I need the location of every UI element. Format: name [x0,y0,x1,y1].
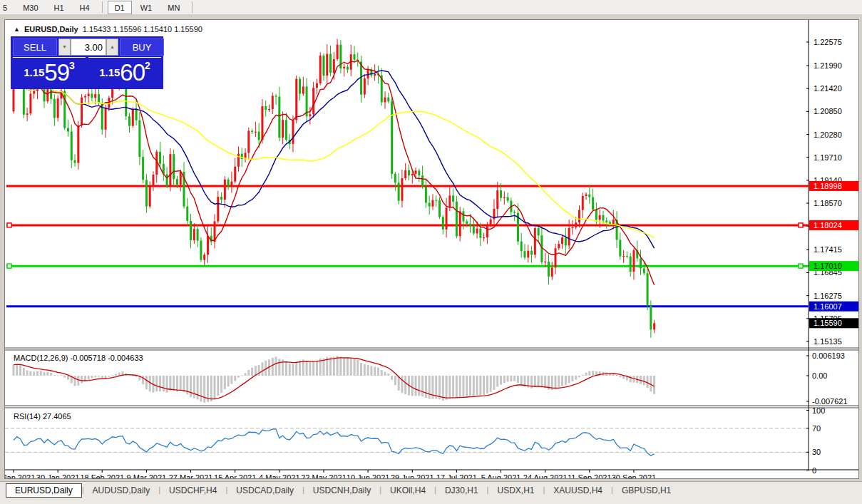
y-axis-label: 1.20280 [814,130,842,139]
buy-price-big: 60 [120,59,145,86]
macd-indicator-label: MACD(12,26,9) -0.005718 -0.004633 [14,354,143,362]
x-axis-label: 18 Feb 2021 [80,473,124,478]
x-axis-label: 4 May 2021 [259,473,299,478]
x-axis-label: 24 Aug 2021 [523,473,568,478]
toolbar-separator [102,1,103,13]
chart-header: ▲ EURUSD,Daily 1.15433 1.15596 1.15410 1… [14,25,202,34]
tab-audusd-daily[interactable]: AUDUSD,Daily [84,484,159,497]
x-axis-label: 10 Jun 2021 [347,473,390,478]
buy-button[interactable]: BUY [120,38,164,56]
x-axis-label: 27 Mar 2021 [169,473,213,478]
toolbar-separator [192,1,193,13]
line-handle[interactable] [7,223,11,227]
x-axis-label: 5 Aug 2021 [481,473,521,478]
current-price-label: 1.15590 [814,319,842,327]
macd-axis-label: -0.007621 [812,397,848,406]
chart-ohlc-values: 1.15433 1.15596 1.15410 1.15590 [83,25,202,34]
price-tag-label: 1.18998 [814,182,842,190]
tab-usdcad-daily[interactable]: USDCAD,Daily [227,484,302,497]
volume-increase-icon[interactable]: ▲ [106,38,118,56]
y-axis-label: 1.21420 [814,84,842,93]
volume-decrease-icon[interactable]: ▼ [58,38,71,56]
y-axis-label: 1.22575 [814,38,842,46]
timeframe-button-h1[interactable]: H1 [47,1,71,14]
tab-xauusd-h4[interactable]: XAUUSD,H4 [545,484,611,497]
buy-price-small: 1.15 [99,66,120,78]
tab-ukoil-h4[interactable]: UKOil,H4 [381,484,434,497]
tab-dj30-h1[interactable]: DJ30,H1 [436,484,487,497]
volume-input[interactable] [71,38,106,56]
x-axis-label: 22 May 2021 [301,473,347,478]
timeframe-toolbar: 5M30H1H4D1W1MN [0,0,862,15]
x-axis-label: 9 Mar 2021 [127,473,167,478]
volume-stepper: ▼ ▲ [58,38,118,56]
sell-price[interactable]: 1.15593 [13,57,86,87]
x-axis-label: 17 Jul 2021 [436,473,477,478]
buy-price[interactable]: 1.15602 [88,57,161,87]
timeframe-button-m30[interactable]: M30 [16,1,45,14]
tab-usdx-h1[interactable]: USDX,H1 [488,484,543,497]
tab-usdcnh-daily[interactable]: USDCNH,Daily [304,484,379,497]
chart-title: EURUSD,Daily [24,25,78,34]
rsi-indicator-label: RSI(14) 27.4065 [14,412,71,421]
line-handle[interactable] [7,264,11,268]
y-axis-label: 1.21990 [814,61,842,70]
line-handle[interactable] [799,223,803,227]
sell-button[interactable]: SELL [13,38,57,56]
line-handle[interactable] [799,264,803,268]
price-tag-label: 1.18024 [814,221,842,230]
tab-usdchf-h4[interactable]: USDCHF,H4 [160,484,225,497]
timeframe-button-5[interactable]: 5 [0,1,14,14]
y-axis-label: 1.18570 [814,199,842,207]
rsi-axis-label: 100 [812,406,825,415]
x-axis-label: 12 Jan 2021 [5,473,35,478]
price-tag-label: 1.17010 [814,262,842,270]
timeframe-button-h4[interactable]: H4 [73,1,97,14]
x-axis-label: 29 Jun 2021 [391,473,434,478]
buy-price-sup: 2 [145,60,150,71]
y-axis-label: 1.15135 [814,337,842,346]
y-axis-label: 1.19710 [814,153,842,162]
rsi-axis-label: 30 [812,448,821,456]
collapse-panel-icon[interactable]: ▲ [14,26,20,33]
x-axis-label: 15 Apr 2021 [214,473,256,478]
x-axis-label: 30 Sep 2021 [612,473,656,478]
y-axis-label: 1.20850 [814,107,842,115]
x-axis-label: 30 Jan 2021 [36,473,80,478]
tab-eurusd-daily[interactable]: EURUSD,Daily [6,483,82,498]
sell-price-sup: 3 [69,60,75,71]
x-axis-label: 11 Sep 2021 [568,473,612,478]
sell-price-big: 59 [44,59,69,86]
chart-canvas[interactable]: 1.225751.219901.214201.208501.202801.197… [4,19,859,479]
chart-tab-bar: EURUSD,Daily|AUDUSD,Daily|USDCHF,H4|USDC… [0,481,862,504]
tab-gbpusd-h1[interactable]: GBPUSD,H1 [613,484,679,497]
chart-window: 1.225751.219901.214201.208501.202801.197… [0,16,862,480]
timeframe-button-d1[interactable]: D1 [108,1,132,14]
rsi-axis-label: 70 [812,424,821,433]
sell-price-small: 1.15 [24,66,44,78]
one-click-trading-panel: SELL ▼ ▲ BUY 1.15593 1.15602 [11,36,163,89]
price-tag-label: 1.16007 [814,302,842,311]
timeframe-button-mn[interactable]: MN [160,1,187,14]
timeframe-button-w1[interactable]: W1 [133,1,160,14]
y-axis-label: 1.17415 [814,245,842,254]
y-axis-label: 1.16275 [814,292,842,300]
macd-axis-label: 0.006193 [812,351,845,360]
macd-axis-label: 0.00 [812,371,827,380]
